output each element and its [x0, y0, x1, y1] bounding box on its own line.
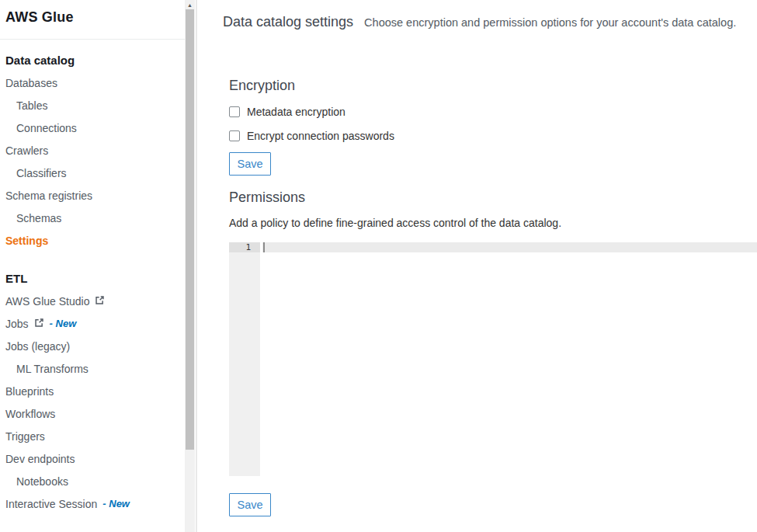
scrollbar-up-arrow-icon[interactable]: ▲ [185, 0, 195, 9]
sidebar-item-label: Dev endpoints [5, 453, 75, 465]
sidebar-item-notebooks[interactable]: Notebooks [0, 470, 185, 492]
sidebar-item-interactive-session[interactable]: Interactive Session - New [0, 492, 185, 515]
page-title: Data catalog settings [223, 14, 353, 30]
sidebar-item-label: Jobs (legacy) [5, 340, 70, 353]
permissions-section: Permissions Add a policy to define fine-… [197, 190, 757, 516]
page-header: Data catalog settings Choose encryption … [197, 14, 757, 31]
sidebar-item-label: Schema registries [5, 190, 92, 202]
encryption-heading: Encryption [229, 78, 757, 93]
new-badge: - New [50, 318, 77, 329]
main-content: Data catalog settings Choose encryption … [197, 0, 757, 532]
sidebar-item-settings[interactable]: Settings [0, 229, 185, 252]
app-title: AWS Glue [5, 8, 185, 26]
sidebar-item-connections[interactable]: Connections [0, 116, 185, 139]
sidebar-item-label: Crawlers [5, 144, 48, 157]
editor-text-cursor [263, 242, 265, 252]
permissions-save-button[interactable]: Save [229, 493, 271, 516]
encrypt-passwords-row: Encrypt connection passwords [229, 130, 757, 142]
sidebar-item-ml-transforms[interactable]: ML Transforms [0, 357, 185, 380]
sidebar-item-databases[interactable]: Databases [0, 71, 185, 94]
sidebar-item-label: Databases [5, 77, 57, 89]
sidebar-item-schemas[interactable]: Schemas [0, 207, 185, 229]
policy-code-editor: 1 [229, 242, 757, 476]
page: AWS Glue Data catalog Databases Tables C… [0, 0, 757, 532]
sidebar-item-blueprints[interactable]: Blueprints [0, 380, 185, 402]
sidebar-item-label: Interactive Session [5, 498, 97, 510]
permissions-heading: Permissions [229, 190, 757, 205]
editor-line-number: 1 [229, 242, 260, 252]
sidebar-item-aws-glue-studio[interactable]: AWS Glue Studio [0, 290, 185, 312]
sidebar-item-schema-registries[interactable]: Schema registries [0, 184, 185, 207]
sidebar-item-dev-endpoints[interactable]: Dev endpoints [0, 447, 185, 470]
sidebar: AWS Glue Data catalog Databases Tables C… [0, 0, 185, 532]
encrypt-passwords-checkbox[interactable] [229, 130, 240, 141]
sidebar-item-jobs-legacy[interactable]: Jobs (legacy) [0, 335, 185, 357]
editor-text-area[interactable] [260, 242, 757, 476]
page-subtitle: Choose encryption and permission options… [364, 16, 736, 29]
sidebar-item-classifiers[interactable]: Classifiers [0, 162, 185, 184]
sidebar-item-label: Tables [16, 99, 47, 112]
metadata-encryption-label: Metadata encryption [247, 106, 346, 118]
sidebar-item-label: Blueprints [5, 385, 54, 398]
permissions-description: Add a policy to define fine-grained acce… [229, 217, 757, 229]
sidebar-item-label: Notebooks [16, 475, 68, 488]
sidebar-item-triggers[interactable]: Triggers [0, 425, 185, 447]
nav-section-header-data-catalog: Data catalog [0, 49, 185, 71]
encryption-section: Encryption Metadata encryption Encrypt c… [197, 78, 757, 176]
sidebar-item-label: Schemas [16, 212, 61, 224]
external-link-icon [95, 295, 105, 305]
sidebar-item-crawlers[interactable]: Crawlers [0, 139, 185, 162]
sidebar-item-label: Workflows [5, 408, 55, 420]
sidebar-item-label: ML Transforms [16, 363, 89, 375]
sidebar-item-workflows[interactable]: Workflows [0, 402, 185, 425]
editor-line-number-gutter: 1 [229, 242, 260, 476]
sidebar-divider [0, 39, 185, 40]
external-link-icon [34, 318, 44, 328]
sidebar-item-jobs[interactable]: Jobs - New [0, 312, 185, 335]
sidebar-scrollbar[interactable]: ▲ [185, 0, 195, 532]
metadata-encryption-checkbox[interactable] [229, 106, 240, 117]
sidebar-item-label: Jobs [5, 318, 29, 330]
new-badge: - New [102, 498, 130, 509]
sidebar-item-label: Settings [5, 235, 48, 247]
encryption-save-button[interactable]: Save [229, 152, 271, 176]
sidebar-nav: Data catalog Databases Tables Connection… [0, 49, 185, 515]
sidebar-item-label: AWS Glue Studio [5, 295, 89, 308]
scrollbar-thumb[interactable] [186, 9, 194, 450]
sidebar-item-label: Connections [16, 122, 77, 134]
sidebar-item-label: Triggers [5, 430, 45, 443]
nav-section-header-etl: ETL [0, 267, 185, 290]
metadata-encryption-row: Metadata encryption [229, 106, 757, 118]
sidebar-item-tables[interactable]: Tables [0, 94, 185, 116]
editor-active-line-highlight [262, 242, 757, 252]
sidebar-item-label: Classifiers [16, 167, 67, 179]
encrypt-passwords-label: Encrypt connection passwords [247, 130, 394, 142]
